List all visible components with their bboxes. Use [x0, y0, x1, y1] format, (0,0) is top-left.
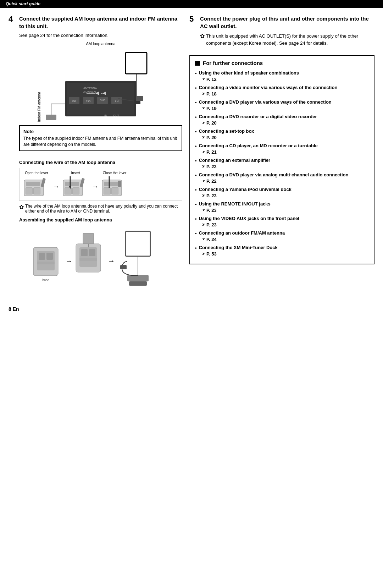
further-item-7-page: P. 22	[206, 178, 217, 184]
note-box: Note The types of the supplied indoor FM…	[19, 125, 182, 155]
further-item-12-page: P. 53	[206, 251, 217, 257]
tip-line: ✿ The wire of the AM loop antenna does n…	[19, 204, 182, 214]
svg-rect-39	[104, 182, 118, 186]
ref-icon-6: ☞	[201, 164, 205, 169]
svg-rect-34	[73, 188, 79, 194]
section4-body: See page 24 for the connection informati…	[19, 33, 182, 290]
further-item-6-text: Connecting an external amplifier	[199, 158, 271, 163]
bullet-6: •	[195, 158, 197, 163]
header-label: Quick start guide	[6, 1, 40, 6]
bullet-9: •	[195, 202, 197, 207]
bullet-2: •	[195, 100, 197, 105]
arrow-2: →	[92, 183, 98, 191]
svg-text:base: base	[42, 278, 49, 282]
svg-rect-47	[46, 253, 53, 260]
ref-icon-8: ☞	[201, 193, 205, 198]
further-item-5: • Connecting a CD player, an MD recorder…	[195, 143, 369, 155]
svg-text:→: →	[108, 257, 115, 265]
further-item-8-text: Connecting a Yamaha iPod universal dock	[199, 187, 292, 192]
further-item-0-ref: ☞ P. 12	[201, 77, 369, 82]
further-box-title-text: For further connections	[203, 60, 263, 66]
bullet-8: •	[195, 187, 197, 192]
tip-icon: ✿	[19, 204, 24, 210]
svg-text:→: →	[65, 257, 72, 265]
left-column: 4 Connect the supplied AM loop antenna a…	[9, 15, 182, 296]
page-header: Quick start guide	[0, 0, 383, 8]
ref-icon-9: ☞	[201, 208, 205, 213]
svg-rect-56	[83, 233, 94, 244]
further-item-5-ref: ☞ P. 21	[201, 149, 369, 155]
bullet-11: •	[195, 231, 197, 236]
section5-tip-icon: ✿	[200, 33, 205, 39]
further-item-4-page: P. 20	[206, 135, 217, 140]
further-item-12: • Connecting the XM Mini-Tuner Dock ☞ P.…	[195, 245, 369, 257]
further-item-6-title: • Connecting an external amplifier	[195, 158, 369, 163]
indoor-fm-label: Indoor FM antenna	[37, 92, 41, 122]
further-item-3-title: • Connecting a DVD recorder or a digital…	[195, 114, 369, 120]
further-box-title: For further connections	[195, 60, 369, 66]
black-square-icon	[195, 61, 200, 66]
right-column: 5 Connect the power plug of this unit an…	[189, 15, 374, 296]
further-item-0: • Using the other kind of speaker combin…	[195, 70, 369, 82]
lever-step-2-icon	[61, 176, 90, 198]
further-item-4-title: • Connecting a set-top box	[195, 128, 369, 134]
assemble-title: Assembling the supplied AM loop antenna	[19, 217, 182, 222]
further-item-8-title: • Connecting a Yamaha iPod universal doc…	[195, 187, 369, 192]
further-item-3-ref: ☞ P. 20	[201, 120, 369, 126]
further-item-2: • Connecting a DVD player via various wa…	[195, 99, 369, 111]
further-item-1-text: Connecting a video monitor via various w…	[199, 85, 338, 90]
further-item-12-text: Connecting the XM Mini-Tuner Dock	[199, 245, 278, 250]
section5-number: 5	[189, 15, 196, 30]
further-item-9: • Using the REMOTE IN/OUT jacks ☞ P. 23	[195, 201, 369, 213]
bullet-1: •	[195, 85, 197, 90]
svg-text:ANTENNA: ANTENNA	[83, 87, 97, 90]
arrow-1: →	[53, 183, 59, 191]
further-item-5-page: P. 21	[206, 149, 217, 155]
further-item-7-ref: ☞ P. 22	[201, 178, 369, 184]
further-item-1-page: P. 18	[206, 91, 217, 97]
svg-rect-41	[112, 188, 118, 194]
further-item-3-page: P. 20	[206, 120, 217, 126]
svg-rect-29	[34, 188, 40, 194]
svg-rect-32	[65, 182, 79, 186]
am-loop-label: AM loop antenna	[19, 42, 182, 46]
further-item-0-title: • Using the other kind of speaker combin…	[195, 70, 369, 76]
connecting-wire-title: Connecting the wire of the AM loop anten…	[19, 160, 182, 165]
further-item-10-page: P. 23	[206, 222, 217, 227]
further-item-2-text: Connecting a DVD player via various ways…	[199, 99, 332, 105]
further-item-1: • Connecting a video monitor via various…	[195, 85, 369, 97]
further-item-7-text: Connecting a DVD player via analog multi…	[199, 172, 349, 177]
further-item-2-title: • Connecting a DVD player via various wa…	[195, 99, 369, 105]
svg-text:OUT: OUT	[113, 114, 119, 117]
further-item-7-title: • Connecting a DVD player via analog mul…	[195, 172, 369, 178]
further-item-6-page: P. 22	[206, 164, 217, 169]
svg-text:GND: GND	[100, 99, 105, 101]
antenna-svg: FM 75Ω GND AM ANTENNA 75Ω UNBAL. IN OUT	[44, 47, 165, 122]
section5-body: ✿ This unit is equipped with AC OUTLET(S…	[200, 33, 374, 49]
further-item-11: • Connecting an outdoor FM/AM antenna ☞ …	[195, 230, 369, 242]
section5-header: 5 Connect the power plug of this unit an…	[189, 15, 374, 30]
further-item-3: • Connecting a DVD recorder or a digital…	[195, 114, 369, 126]
svg-text:FM: FM	[72, 100, 76, 103]
further-item-9-text: Using the REMOTE IN/OUT jacks	[199, 201, 271, 207]
note-text: The types of the supplied indoor FM ante…	[23, 136, 178, 148]
further-item-6-ref: ☞ P. 22	[201, 164, 369, 169]
page-footer: 8 En	[0, 303, 383, 315]
lever-diagram: Open the lever → Insert	[19, 168, 182, 201]
further-item-10-text: Using the VIDEO AUX jacks on the front p…	[199, 216, 299, 221]
section5-title: Connect the power plug of this unit and …	[200, 15, 374, 30]
further-item-11-page: P. 24	[206, 237, 217, 242]
tip-text: The wire of the AM loop antenna does not…	[25, 204, 182, 214]
further-item-2-ref: ☞ P. 19	[201, 106, 369, 111]
bullet-0: •	[195, 71, 197, 76]
svg-text:75Ω UNBAL.: 75Ω UNBAL.	[83, 90, 97, 93]
further-item-10-ref: ☞ P. 23	[201, 222, 369, 227]
svg-text:AM: AM	[115, 100, 118, 103]
ref-icon-12: ☞	[201, 252, 205, 256]
lever-step-3-icon	[100, 176, 129, 198]
further-item-5-title: • Connecting a CD player, an MD recorder…	[195, 143, 369, 149]
section4-number: 4	[9, 15, 16, 30]
bullet-12: •	[195, 245, 197, 251]
further-item-12-title: • Connecting the XM Mini-Tuner Dock	[195, 245, 369, 251]
section4-body-text: See page 24 for the connection informati…	[19, 33, 182, 38]
